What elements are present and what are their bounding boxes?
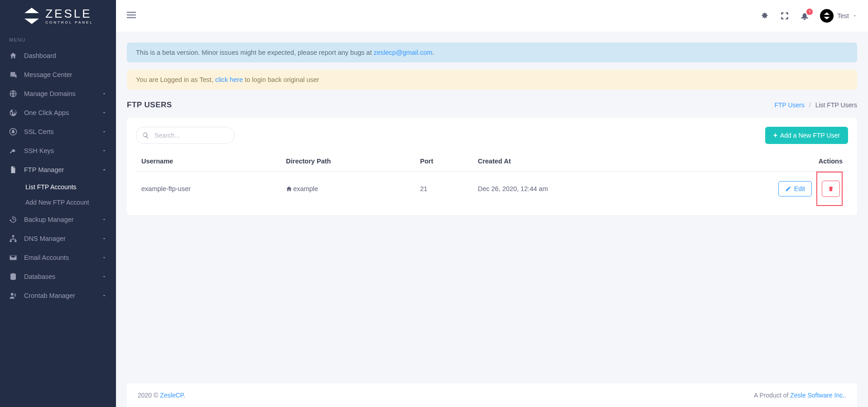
- breadcrumb-root[interactable]: FTP Users: [774, 101, 805, 109]
- cell-port: 21: [415, 172, 472, 206]
- user-name-label: Test: [837, 12, 849, 19]
- login-alert: You are Logged in as Test, click here to…: [127, 70, 857, 90]
- sidebar-item-label: One Click Apps: [24, 109, 101, 116]
- nav-sublist-ftp: List FTP Accounts Add New FTP Account: [0, 179, 116, 210]
- chevron-up-icon: [101, 167, 107, 172]
- copyright-prefix: 2020 ©: [138, 392, 160, 399]
- fullscreen-icon[interactable]: [780, 11, 789, 20]
- chevron-down-icon: [101, 274, 107, 279]
- search-wrap: [136, 127, 235, 144]
- sidebar-item-label: Dashboard: [24, 52, 107, 59]
- sidebar-item-backup-manager[interactable]: Backup Manager: [0, 210, 116, 229]
- trash-icon: [828, 186, 834, 192]
- svg-rect-10: [127, 14, 136, 15]
- sidebar-item-crontab-manager[interactable]: Crontab Manager: [0, 286, 116, 305]
- chat-icon: [9, 71, 17, 79]
- search-input[interactable]: [136, 127, 235, 144]
- th-actions: Actions: [667, 151, 849, 172]
- chevron-down-icon: [101, 293, 107, 298]
- nav-list: Dashboard Message Center Manage Domains …: [0, 46, 116, 305]
- search-icon: [142, 132, 149, 139]
- beta-email-link[interactable]: zeslecp@gmail.com: [374, 49, 433, 56]
- lock-icon: [9, 128, 17, 136]
- menu-toggle-button[interactable]: [127, 12, 136, 20]
- product-link[interactable]: Zesle Software Inc.: [790, 392, 844, 399]
- cell-username: example-ftp-user: [136, 172, 280, 206]
- breadcrumb-separator: /: [809, 101, 811, 109]
- avatar: [820, 9, 834, 23]
- sidebar-item-databases[interactable]: Databases: [0, 267, 116, 286]
- sidebar-item-email-accounts[interactable]: Email Accounts: [0, 248, 116, 267]
- sidebar-item-label: Crontab Manager: [24, 292, 101, 299]
- chevron-down-icon: [101, 148, 107, 153]
- add-ftp-user-button[interactable]: + Add a New FTP User: [765, 127, 848, 144]
- copyright-suffix: .: [183, 392, 185, 399]
- logo-icon: [23, 7, 41, 25]
- edit-button[interactable]: Edit: [778, 181, 812, 196]
- sidebar: ZESLE CONTROL PANEL MENU Dashboard Messa…: [0, 0, 116, 407]
- th-port: Port: [415, 151, 472, 172]
- sidebar-item-label: Databases: [24, 273, 101, 280]
- alert-text-suffix: to login back original user: [243, 76, 319, 83]
- sidebar-item-ssl-certs[interactable]: SSL Certs: [0, 122, 116, 141]
- history-icon: [9, 215, 17, 224]
- sidebar-item-manage-domains[interactable]: Manage Domains: [0, 84, 116, 103]
- svg-rect-11: [127, 17, 136, 19]
- sidebar-subitem-list-ftp-accounts[interactable]: List FTP Accounts: [0, 179, 116, 195]
- cell-actions: Edit: [667, 172, 849, 206]
- product-prefix: A Product of: [754, 392, 790, 399]
- chevron-down-icon: [101, 255, 107, 260]
- sidebar-item-dashboard[interactable]: Dashboard: [0, 46, 116, 65]
- users-gear-icon: [9, 292, 17, 300]
- sidebar-subitem-add-ftp-account[interactable]: Add New FTP Account: [0, 195, 116, 210]
- notification-badge: ?: [806, 9, 813, 15]
- page-header: FTP USERS FTP Users / List FTP Users: [127, 97, 857, 118]
- user-dropdown[interactable]: Test: [820, 9, 857, 23]
- logo-subtitle: CONTROL PANEL: [45, 20, 93, 24]
- footer-copyright: 2020 © ZesleCP.: [138, 392, 185, 399]
- th-directory-path: Directory Path: [280, 151, 415, 172]
- chevron-down-icon: [101, 236, 107, 241]
- sidebar-item-label: Email Accounts: [24, 254, 101, 261]
- sidebar-item-dns-manager[interactable]: DNS Manager: [0, 229, 116, 248]
- globe-icon: [9, 90, 17, 98]
- login-back-link[interactable]: click here: [215, 76, 243, 83]
- sidebar-item-ssh-keys[interactable]: SSH Keys: [0, 141, 116, 160]
- breadcrumb-current: List FTP Users: [815, 101, 857, 109]
- footer-product: A Product of Zesle Software Inc..: [754, 392, 846, 399]
- beta-alert: This is a beta version. Minor issues mig…: [127, 43, 857, 62]
- alert-text-suffix: .: [433, 49, 434, 56]
- breadcrumb: FTP Users / List FTP Users: [774, 101, 857, 109]
- sidebar-item-message-center[interactable]: Message Center: [0, 65, 116, 84]
- copyright-link[interactable]: ZesleCP: [160, 392, 183, 399]
- sidebar-section-label: MENU: [0, 32, 116, 46]
- svg-marker-0: [24, 8, 39, 24]
- edit-button-label: Edit: [794, 185, 805, 192]
- main: ? Test This is a beta version. Minor iss…: [116, 0, 868, 407]
- sidebar-item-label: FTP Manager: [24, 166, 101, 173]
- alert-text: This is a beta version. Minor issues mig…: [136, 49, 374, 56]
- svg-rect-5: [10, 240, 12, 242]
- topbar: ? Test: [116, 0, 868, 32]
- database-icon: [9, 273, 17, 281]
- file-icon: [9, 166, 17, 174]
- sidebar-item-ftp-manager[interactable]: FTP Manager: [0, 160, 116, 179]
- leaf-icon[interactable]: [760, 11, 769, 20]
- chevron-down-icon: [101, 217, 107, 222]
- plus-icon: +: [773, 131, 777, 139]
- home-icon: [9, 52, 17, 60]
- key-icon: [9, 147, 17, 155]
- chevron-down-icon: [101, 91, 107, 96]
- logo[interactable]: ZESLE CONTROL PANEL: [0, 0, 116, 32]
- th-username: Username: [136, 151, 280, 172]
- bell-icon[interactable]: ?: [800, 11, 809, 20]
- sidebar-item-label: DNS Manager: [24, 235, 101, 242]
- page-title: FTP USERS: [127, 101, 172, 110]
- delete-button[interactable]: [822, 181, 840, 197]
- pencil-icon: [785, 186, 791, 192]
- sidebar-item-label: SSL Certs: [24, 128, 101, 135]
- sidebar-item-one-click-apps[interactable]: One Click Apps: [0, 103, 116, 122]
- table-header-row: Username Directory Path Port Created At …: [136, 151, 848, 172]
- sidebar-item-label: SSH Keys: [24, 147, 101, 154]
- mail-icon: [9, 254, 17, 262]
